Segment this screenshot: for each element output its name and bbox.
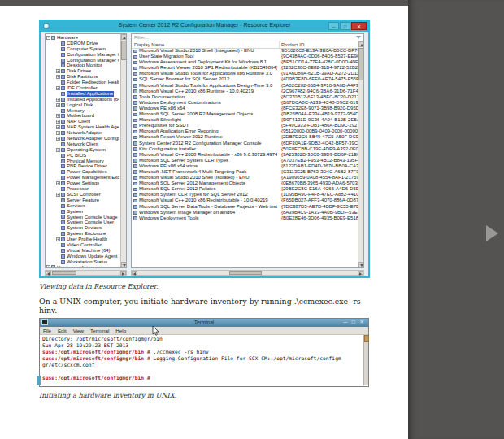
terminal-window-controls[interactable]: ─ □ ✕ xyxy=(343,319,366,325)
scroll-thumb[interactable] xyxy=(52,271,76,275)
scroll-thumb[interactable] xyxy=(364,335,369,342)
tree-item[interactable]: Services xyxy=(46,203,119,209)
tree-item[interactable]: Windows Update Agent Version xyxy=(46,254,119,259)
tree-item[interactable]: Network Client xyxy=(46,141,119,147)
table-row[interactable]: Microsoft Visual C++ 2010 x86 Runtime - … xyxy=(132,89,358,94)
tree-item[interactable]: Desktop Monitor xyxy=(46,63,119,68)
table-row[interactable]: Microsoft System CLR Types for SQL Serve… xyxy=(132,192,358,198)
tree-root-item[interactable]: +Hardware History xyxy=(46,265,119,267)
tree-item[interactable]: Video Controller xyxy=(46,242,119,248)
scroll-left-button[interactable] xyxy=(46,271,51,275)
table-row[interactable]: Microsoft Application Error Reporting{95… xyxy=(132,128,358,134)
table-row[interactable]: Microsoft Report Viewer 2012 Runtime{2DB… xyxy=(132,134,358,140)
scroll-down-button[interactable] xyxy=(121,262,127,267)
tree-item[interactable]: System Console Usage xyxy=(46,215,119,220)
column-header-display-name[interactable]: Display Name xyxy=(134,42,164,47)
tree-vertical-scrollbar[interactable] xyxy=(120,34,126,267)
tree-item[interactable]: Memory xyxy=(46,108,119,114)
tree-item[interactable]: +Power Settings xyxy=(46,180,119,186)
table-row[interactable]: Microsoft SQL Server 2012 Management Obj… xyxy=(132,180,358,186)
tree-item[interactable]: Configuration Manager Client (S xyxy=(46,52,119,58)
tree-root-item[interactable]: -Hardware xyxy=(46,35,119,41)
expand-icon[interactable]: + xyxy=(56,114,60,118)
scroll-up-button[interactable] xyxy=(358,41,363,47)
tree-item[interactable]: Virtual Machine (64) xyxy=(46,248,119,254)
minimize-button[interactable]: ─ xyxy=(328,22,339,30)
scroll-thumb[interactable] xyxy=(229,271,262,275)
table-row[interactable]: Kits Configuration Installer{50E0ECBB-C1… xyxy=(132,146,358,152)
table-row[interactable]: Windows PE x86 x64 wims{8122DAB1-ED4D-36… xyxy=(132,163,358,169)
tree-item[interactable]: +Motherboard xyxy=(46,113,119,119)
tree-item[interactable]: Installed Applications xyxy=(46,91,119,97)
resource-explorer-titlebar[interactable]: System Center 2012 R2 Configuration Mana… xyxy=(41,21,368,32)
scroll-down-button[interactable] xyxy=(358,262,363,267)
scroll-up-button[interactable] xyxy=(121,34,127,40)
tree-item[interactable]: Server Feature xyxy=(46,198,119,203)
table-row[interactable]: Microsoft Report Viewer 2010 SP1 Redistr… xyxy=(132,65,358,71)
expand-icon[interactable]: + xyxy=(56,103,60,107)
table-row[interactable]: Microsoft SQL Server 2008 R2 Management … xyxy=(132,111,358,117)
table-row[interactable]: Microsoft Visual Studio 2010 Shell (Isol… xyxy=(132,175,358,180)
tree-item[interactable]: Physical Memory xyxy=(46,159,119,164)
expand-icon[interactable]: + xyxy=(56,69,60,73)
tree-item[interactable]: Workstation Status xyxy=(46,259,119,265)
tree-item[interactable]: +Logical Disk xyxy=(46,102,119,108)
tree-item[interactable]: System Enclosure xyxy=(46,231,119,237)
expand-icon[interactable]: + xyxy=(56,86,60,90)
tree-item[interactable]: +Network Adapter Configuration xyxy=(46,136,119,141)
terminal-output[interactable]: Directory: /opt/microsoft/configmgr/binS… xyxy=(41,335,363,385)
expand-icon[interactable]: + xyxy=(56,237,60,241)
tree-item[interactable]: Folder Redirection Health xyxy=(46,80,119,85)
scroll-thumb[interactable] xyxy=(121,41,127,60)
tree-item[interactable]: +SCSI Controller xyxy=(46,192,119,198)
expand-icon[interactable]: + xyxy=(56,131,60,135)
table-row[interactable]: Windows Assessment and Deployment Kit fo… xyxy=(132,59,358,65)
tree-item[interactable]: Computer System xyxy=(46,46,119,52)
menu-item-file[interactable]: File xyxy=(43,327,51,333)
expand-icon[interactable]: + xyxy=(56,98,60,102)
tree-item[interactable]: +Disk Partitions xyxy=(46,74,119,80)
table-row[interactable]: Microsoft Visual Studio 2010 Shell (Inte… xyxy=(132,48,358,54)
table-row[interactable]: Microsoft SQL Server 2012 Policies{29BE2… xyxy=(132,186,358,192)
collapse-icon[interactable]: - xyxy=(46,36,50,40)
tree-item[interactable]: PC BIOS xyxy=(46,153,119,159)
tree-item[interactable]: CDROM Drive xyxy=(46,41,119,46)
tree-item[interactable]: Power Management Exclusion xyxy=(46,175,119,180)
expand-icon[interactable]: + xyxy=(56,125,60,129)
expand-icon[interactable]: + xyxy=(56,137,60,141)
table-row[interactable]: User State Migration Tool{9C4384AC-0D06-… xyxy=(132,54,358,59)
filter-input[interactable]: Filter... xyxy=(134,35,149,40)
tree-item[interactable]: System Devices xyxy=(46,225,119,231)
menu-item-terminal[interactable]: Terminal xyxy=(90,327,109,333)
table-row[interactable]: Microsoft Visual Studio Tools for Applic… xyxy=(132,83,358,89)
table-row[interactable]: Microsoft .NET Framework 4 Multi-Targeti… xyxy=(132,169,358,175)
tree-item[interactable]: Processor xyxy=(46,186,119,192)
table-row[interactable]: Microsoft Visual C++ 2010 x86 Redistribu… xyxy=(132,198,358,203)
tree-item[interactable]: +Operating System xyxy=(46,147,119,153)
tree-item[interactable]: Power Capabilities xyxy=(46,169,119,175)
expand-icon[interactable]: + xyxy=(46,265,50,267)
table-row[interactable]: Microsoft SQL Server System CLR Types{A7… xyxy=(132,158,358,163)
table-row[interactable]: Microsoft Visual Studio Tools for Applic… xyxy=(132,71,358,76)
next-page-arrow-icon[interactable] xyxy=(486,225,498,241)
column-header-product-id[interactable]: Product ID xyxy=(281,42,304,47)
scroll-thumb[interactable] xyxy=(358,48,363,80)
table-row[interactable]: System Center 2012 R2 Configuration Mana… xyxy=(132,141,358,146)
table-row[interactable]: Microsoft SQL Server Data Tools - Databa… xyxy=(132,204,358,210)
table-row[interactable]: Prerequisites for SSDT{5F49C933-FDB1-486… xyxy=(132,123,358,128)
terminal-titlebar[interactable]: Terminal ─ □ ✕ xyxy=(40,319,368,327)
table-row[interactable]: Windows System Image Manager on amd64{8A… xyxy=(132,210,358,215)
expand-icon[interactable]: + xyxy=(56,181,60,185)
maximize-button[interactable]: □ xyxy=(340,22,350,30)
table-row[interactable]: Microsoft Silverlight{D9F4131D-9C36-4A94… xyxy=(132,117,358,123)
tree-item[interactable]: Configuration Manager Client St xyxy=(46,58,119,63)
table-row[interactable]: Windows Deployment Tools{B0E28E46-3D06-4… xyxy=(132,215,358,221)
menu-item-help[interactable]: Help xyxy=(115,327,126,333)
tree-item[interactable]: +NAP System Health Agent xyxy=(46,124,119,130)
table-row[interactable]: SQL Server Browser for SQL Server 2012{4… xyxy=(132,76,358,82)
tree-item[interactable]: +User Profile Health xyxy=(46,237,119,242)
column-divider[interactable] xyxy=(279,41,280,48)
expand-icon[interactable]: + xyxy=(56,148,60,152)
tree-item[interactable]: +IDE Controller xyxy=(46,85,119,91)
table-row[interactable]: Tools Documentation{8C370B12-6F13-4BFC-8… xyxy=(132,94,358,100)
